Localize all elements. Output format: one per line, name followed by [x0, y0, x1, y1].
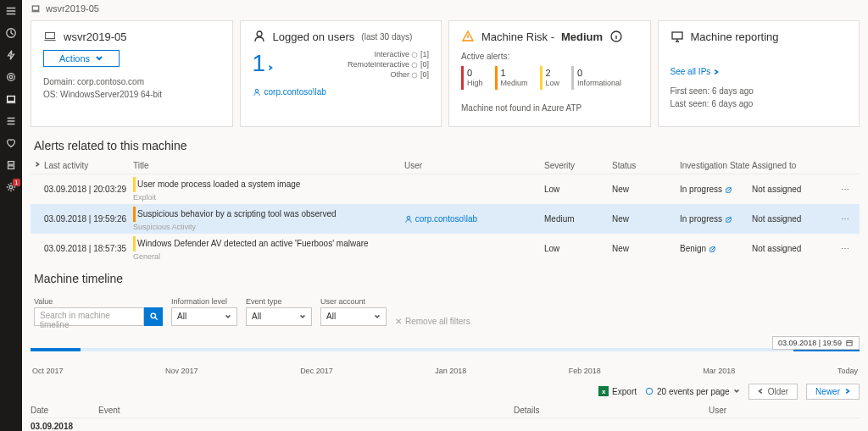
- header-user[interactable]: User: [404, 161, 544, 170]
- newer-button[interactable]: Newer: [806, 384, 860, 400]
- svg-point-19: [646, 389, 653, 395]
- search-input[interactable]: Search in machine timeline: [34, 307, 144, 326]
- alert-row[interactable]: 03.09.2018 | 20:03:29User mode process l…: [31, 174, 860, 204]
- breadcrumb: wsvr2019-05: [22, 0, 868, 17]
- timeline-tick: Jan 2018: [435, 367, 466, 375]
- laptop-icon: [31, 3, 41, 14]
- chevron-right-icon: [267, 64, 274, 71]
- svg-point-11: [412, 63, 417, 68]
- expand-header[interactable]: [31, 161, 44, 170]
- svg-rect-8: [46, 32, 55, 38]
- risk-count: 0Informational: [571, 66, 625, 90]
- header-last-activity[interactable]: Last activity: [44, 161, 133, 170]
- list-icon[interactable]: [5, 115, 17, 127]
- timeline-track[interactable]: 03.09.2018 | 19:59: [31, 341, 860, 365]
- user-account-select[interactable]: All: [320, 307, 387, 326]
- heart-icon[interactable]: [5, 137, 17, 149]
- risk-count: 1Medium: [495, 66, 531, 90]
- timeline-tick: Today: [837, 367, 858, 375]
- dashboard-icon[interactable]: [5, 27, 17, 39]
- timeline-date-pill[interactable]: 03.09.2018 | 19:59: [772, 336, 860, 350]
- svg-point-1: [8, 74, 15, 81]
- svg-point-16: [407, 216, 410, 219]
- filter-value-label: Value: [34, 297, 163, 306]
- svg-rect-4: [8, 162, 14, 165]
- row-menu-icon[interactable]: ⋯: [837, 214, 854, 224]
- monitor-icon: [670, 30, 684, 43]
- risk-count: 0High: [461, 66, 487, 90]
- user-icon: [253, 88, 261, 97]
- alerts-table: Last activity Title User Severity Status…: [31, 157, 860, 263]
- machine-reporting-card: Machine reporting See all IPs First seen…: [658, 20, 860, 127]
- svg-point-17: [151, 314, 156, 319]
- machine-card: wsvr2019-05 Actions Domain: corp.contoso…: [31, 20, 233, 127]
- export-button[interactable]: xExport: [598, 386, 637, 396]
- search-button[interactable]: [144, 307, 163, 326]
- remove-filters-button[interactable]: ✕ Remove all filters: [395, 317, 470, 326]
- event-group-date: 03.09.2018: [31, 418, 860, 431]
- risk-count: 2Low: [540, 66, 564, 90]
- machine-risk-card: Machine Risk - Medium Active alerts: 0Hi…: [448, 20, 651, 127]
- svg-point-6: [9, 185, 13, 189]
- laptop-icon: [43, 30, 57, 43]
- event-type-select[interactable]: All: [246, 307, 312, 326]
- svg-rect-15: [672, 32, 682, 39]
- svg-point-13: [255, 89, 259, 92]
- header-investigation[interactable]: Investigation State: [680, 161, 752, 170]
- hamburger-icon[interactable]: [5, 5, 17, 17]
- per-page-select[interactable]: 20 events per page: [645, 387, 740, 396]
- machine-domain: Domain: corp.contoso.com: [43, 75, 220, 88]
- card-title: Logged on users: [273, 30, 355, 43]
- server-icon[interactable]: [5, 159, 17, 171]
- svg-rect-5: [8, 166, 14, 169]
- alert-row[interactable]: 03.09.2018 | 19:59:26Suspicious behavior…: [31, 204, 860, 234]
- ev-header-event[interactable]: Event: [98, 406, 514, 415]
- alert-row[interactable]: 03.09.2018 | 18:57:35Windows Defender AV…: [31, 234, 860, 263]
- settings-icon[interactable]: [5, 181, 17, 193]
- calendar-icon: [845, 339, 854, 347]
- svg-rect-7: [32, 6, 39, 10]
- user-meta-row: Other [0]: [390, 70, 429, 79]
- chevron-right-icon: [713, 69, 720, 75]
- older-button[interactable]: Older: [748, 384, 798, 400]
- target-icon[interactable]: [5, 71, 17, 83]
- timeline-tick: Mar 2018: [703, 367, 735, 375]
- machine-name: wsvr2019-05: [64, 30, 126, 43]
- svg-rect-18: [847, 340, 852, 345]
- laptop-icon[interactable]: [5, 93, 17, 105]
- svg-point-2: [9, 75, 13, 79]
- svg-point-12: [412, 73, 417, 78]
- user-count[interactable]: 1: [253, 50, 275, 79]
- chevron-down-icon: [95, 54, 103, 63]
- user-meta-row: RemoteInteractive [0]: [348, 60, 429, 69]
- svg-point-10: [412, 52, 417, 58]
- user-meta-row: Interactive [1]: [374, 50, 429, 58]
- logged-users-card: Logged on users (last 30 days) 1 Interac…: [240, 20, 442, 127]
- svg-rect-3: [8, 97, 15, 102]
- row-menu-icon[interactable]: ⋯: [837, 244, 854, 253]
- svg-point-9: [257, 31, 262, 36]
- header-severity[interactable]: Severity: [544, 161, 612, 170]
- timeline-tick: Dec 2017: [300, 367, 333, 375]
- ev-header-date[interactable]: Date: [31, 406, 98, 415]
- header-title[interactable]: Title: [133, 161, 404, 170]
- user-icon: [253, 30, 266, 43]
- timeline-section-title: Machine timeline: [22, 263, 868, 290]
- machine-os: OS: WindowsServer2019 64-bit: [43, 88, 220, 101]
- warning-icon: [461, 30, 475, 43]
- actions-button[interactable]: Actions: [43, 50, 120, 67]
- ev-header-user[interactable]: User: [709, 406, 827, 415]
- user-link[interactable]: corp.contoso\lab: [264, 87, 326, 97]
- timeline-tick: Nov 2017: [165, 367, 198, 375]
- header-status[interactable]: Status: [612, 161, 680, 170]
- see-all-ips-link[interactable]: See all IPs: [670, 67, 848, 76]
- row-menu-icon[interactable]: ⋯: [837, 185, 854, 194]
- header-assigned[interactable]: Assigned to: [752, 161, 837, 170]
- ev-header-details[interactable]: Details: [514, 406, 709, 415]
- alerts-section-title: Alerts related to this machine: [22, 130, 868, 157]
- bolt-icon[interactable]: [5, 49, 17, 61]
- info-level-select[interactable]: All: [171, 307, 237, 326]
- timeline-tick: Oct 2017: [32, 367, 64, 375]
- left-nav: [0, 0, 22, 431]
- info-icon[interactable]: [609, 30, 623, 43]
